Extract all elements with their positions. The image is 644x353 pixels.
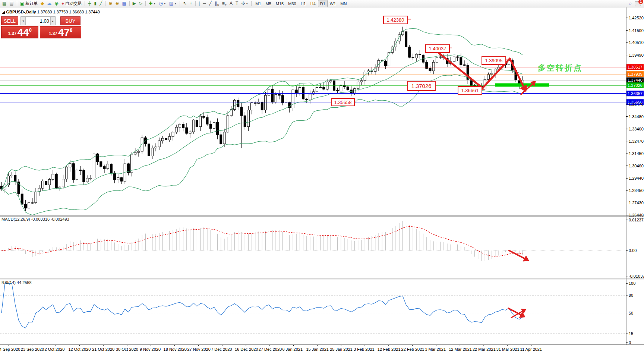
svg-text:1.38517: 1.38517 [628,65,643,69]
candle [281,95,284,103]
volume-increase-button[interactable]: ▲ [50,17,55,25]
collapse-marker-icon[interactable]: ◢ [2,10,5,14]
alerts-button[interactable]: 1 [633,0,643,7]
candle [168,136,171,140]
tf-mn-button[interactable]: MN [338,0,349,7]
zoom-in-button[interactable]: ⊕ [107,0,114,7]
buy-price[interactable]: 1.37 47 8 [40,26,81,38]
toolbar-separator [17,1,17,6]
equidistant-channel-button[interactable]: ∥E [213,0,221,7]
volume-decrease-button[interactable]: ▼ [21,17,26,25]
signals-icon: ◉ [54,0,58,7]
date-tick: 31 Mar 2021 [496,347,520,352]
tf-w1-button[interactable]: W1 [328,0,338,7]
candle [69,164,71,167]
new-order-button[interactable]: ▣新订单 [19,0,39,7]
price-label[interactable]: 1.37026 [407,81,436,91]
sell-button[interactable]: SELL [1,16,18,25]
candlestick-chart-button[interactable]: ▮ [93,0,98,7]
candle [343,86,345,87]
autotrading-icon: ● [61,0,64,7]
templates-button[interactable]: ▨▼ [168,0,178,7]
search-button[interactable]: ⌕ [628,0,633,7]
trend-line-icon: ╱ [209,0,212,7]
price-label[interactable]: 1.36661 [458,86,482,95]
signals-button[interactable]: ◉ [53,0,60,7]
candle [240,107,243,116]
tf-m5-button[interactable]: M5 [263,0,274,7]
candle [309,94,311,100]
vertical-line-icon: | [199,0,200,7]
buy-button[interactable]: BUY [60,16,80,25]
templates-caret-icon[interactable]: ▼ [174,2,177,5]
text-label-button[interactable]: T [234,0,240,7]
horizontal-line-button[interactable]: ─ [201,0,208,7]
candle [120,177,123,181]
crosshair-button[interactable]: + [188,0,194,7]
price-label[interactable]: 1.35658 [331,98,355,106]
candle [114,173,116,180]
candle [278,94,280,95]
text-icon: A [230,0,233,7]
candle [41,181,44,188]
market-button[interactable]: ◆ [39,0,45,7]
chart-area[interactable]: 1.385171.379391.374401.370261.363571.356… [0,0,644,353]
new-order-icon: ▣ [20,0,24,7]
price-label[interactable]: 1.39095 [482,56,506,65]
autotrading-button[interactable]: ●自动交易 [60,0,83,7]
chart-shift-button[interactable]: ▷ [138,0,144,7]
tf-m30-button[interactable]: M30 [286,0,298,7]
arrows-icon: ✣ [241,0,245,7]
axis-tick: 1.35470 [629,102,644,107]
arrows-caret-icon[interactable]: ▼ [246,2,248,5]
date-tick: 7 Dec 2020 [211,347,232,352]
date-tick: 6 Jan 2021 [282,347,303,352]
community-button[interactable]: ☁ [45,0,53,7]
periods-caret-icon[interactable]: ▼ [164,2,166,5]
indicators-caret-icon[interactable]: ▼ [153,2,156,5]
toolbar-group-scroll: ▶▷ [130,0,145,7]
tf-h4-button[interactable]: H4 [308,0,318,7]
date-tick: 12 Mar 2021 [449,347,472,352]
cursor-button[interactable]: ↖ [181,0,188,7]
tf-m15-label: M15 [276,1,284,6]
new-chart-button[interactable]: ▦ [1,0,8,7]
zoom-out-button[interactable]: ⊖ [114,0,120,7]
volume-input[interactable] [26,18,50,24]
tf-d1-label: D1 [320,1,325,6]
tf-d1-button[interactable]: D1 [318,0,328,7]
tf-m15-button[interactable]: M15 [274,0,286,7]
toolbar-group-timeframes: M1M5M15M30H1H4D1W1MN [252,0,350,7]
bollinger-lower[interactable] [1,75,523,215]
indicators-button[interactable]: ✚▼ [147,0,157,7]
auto-scroll-button[interactable]: ▶ [131,0,138,7]
bar-chart-button[interactable]: ╫ [86,0,93,7]
candle [360,81,363,82]
vertical-line-button[interactable]: | [197,0,201,7]
price-label[interactable]: 1.40037 [425,44,450,53]
tile-windows-button[interactable]: ▩ [120,0,127,7]
tf-m1-button[interactable]: M1 [253,0,263,7]
candle [100,162,102,167]
profiles-button[interactable]: ▤ [8,0,15,7]
sell-price[interactable]: 1.37 44 0 [1,26,38,38]
date-tick: 12 Oct 2020 [68,347,91,352]
trend-line-button[interactable]: ╱ [208,0,213,7]
periods-button[interactable]: ◷▼ [157,0,167,7]
tf-h1-button[interactable]: H1 [299,0,308,7]
indicators-icon: ✚ [149,0,152,7]
turning-point-annotation[interactable]: 多空转折点 [538,63,583,73]
candle [463,65,465,66]
svg-text:1.36357: 1.36357 [628,91,643,96]
price-label[interactable]: 1.42380 [383,16,408,24]
axis-tick: 1.27430 [629,201,644,205]
fibonacci-button[interactable]: ≡F [221,0,228,7]
candle [306,99,308,100]
line-chart-button[interactable]: ╱ [98,0,104,7]
toolbar-right: ⌕1 [628,0,644,7]
svg-text:1.37939: 1.37939 [628,72,643,76]
trend-arrow-down[interactable] [510,59,527,92]
text-button[interactable]: A [228,0,234,7]
candle [333,81,335,90]
arrows-button[interactable]: ✣▼ [240,0,250,7]
